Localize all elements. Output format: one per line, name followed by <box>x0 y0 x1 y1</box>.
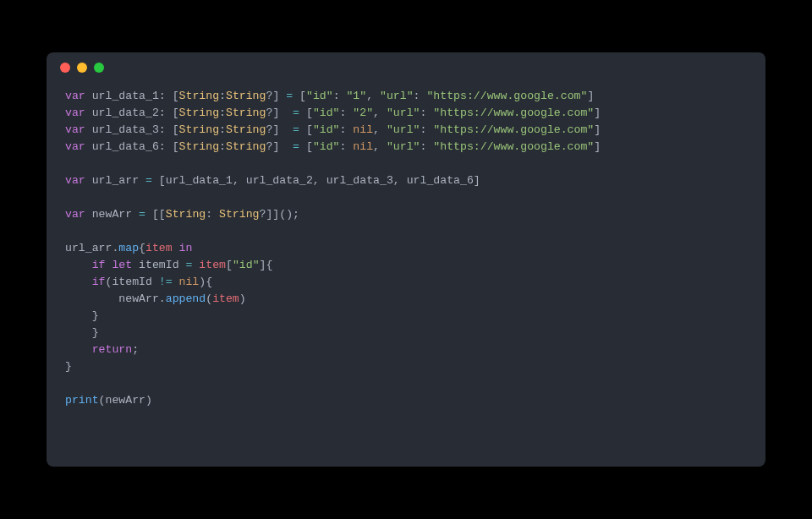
keyword-var: var <box>65 90 85 102</box>
window-titlebar <box>47 52 765 83</box>
zoom-icon[interactable] <box>94 63 104 73</box>
code-editor[interactable]: var url_data_1: [String:String?] = ["id"… <box>47 83 765 424</box>
minimize-icon[interactable] <box>77 63 87 73</box>
identifier: url_data_1 <box>92 90 159 102</box>
code-window: var url_data_1: [String:String?] = ["id"… <box>47 52 765 467</box>
close-icon[interactable] <box>60 63 70 73</box>
print-call: print <box>65 394 99 407</box>
